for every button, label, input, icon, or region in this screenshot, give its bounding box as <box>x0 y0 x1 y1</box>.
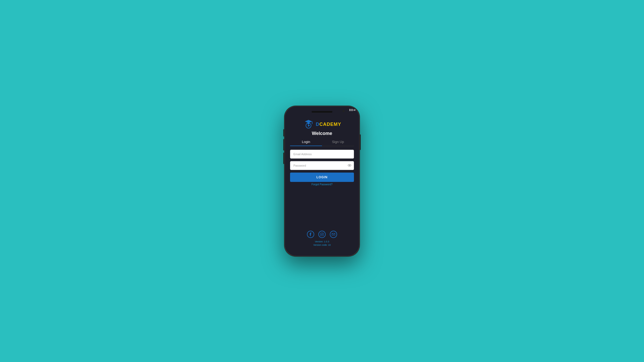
tab-login[interactable]: Login <box>290 140 322 146</box>
login-form: LOGIN <box>290 150 354 182</box>
svg-point-8 <box>321 234 323 235</box>
logo-icon-wrap <box>303 118 314 131</box>
signal-icon: ▐▐▐ <box>349 109 353 111</box>
battery-icon: ▮▮ <box>353 109 355 111</box>
logo-rest: CADEMY <box>319 122 341 127</box>
logo-d: D <box>316 122 319 127</box>
password-input-wrapper <box>290 161 354 170</box>
tab-signup[interactable]: Sign Up <box>322 140 354 146</box>
instagram-icon[interactable] <box>318 231 326 238</box>
svg-rect-7 <box>320 233 324 236</box>
password-input[interactable] <box>290 161 354 170</box>
svg-marker-0 <box>305 120 312 123</box>
logo-area: DCADEMY <box>303 118 341 131</box>
toggle-password-icon[interactable] <box>348 164 351 167</box>
social-icons <box>307 231 337 238</box>
status-icons: ▐▐▐ ▮▮ <box>349 109 355 111</box>
screen-content: DCADEMY Welcome Login Sign Up <box>285 116 359 256</box>
mail-icon[interactable] <box>330 231 337 238</box>
front-camera <box>343 110 345 112</box>
svg-point-6 <box>349 165 350 166</box>
forgot-password-link[interactable]: Forgot Password? <box>311 183 332 186</box>
version-line2: Version code: 10 <box>313 243 331 247</box>
notch <box>312 111 332 113</box>
logo-icon <box>303 118 314 130</box>
phone-container: ▐▐▐ ▮▮ <box>284 106 360 256</box>
svg-marker-4 <box>308 125 310 127</box>
phone-screen: ▐▐▐ ▮▮ <box>285 106 359 256</box>
email-input-wrapper <box>290 150 354 159</box>
facebook-icon[interactable] <box>307 231 314 238</box>
power-button <box>360 134 361 150</box>
logo-text: DCADEMY <box>316 122 341 127</box>
version-line1: Version: 1.0.3 <box>313 240 331 244</box>
email-input[interactable] <box>290 150 354 159</box>
tab-bar: Login Sign Up <box>290 140 354 146</box>
phone-frame: ▐▐▐ ▮▮ <box>284 106 360 256</box>
version-info: Version: 1.0.3 Version code: 10 <box>313 240 331 247</box>
svg-point-9 <box>323 233 323 234</box>
login-button[interactable]: LOGIN <box>290 173 354 182</box>
footer: Version: 1.0.3 Version code: 10 <box>307 231 337 252</box>
status-bar: ▐▐▐ ▮▮ <box>285 106 359 116</box>
welcome-title: Welcome <box>312 131 332 136</box>
